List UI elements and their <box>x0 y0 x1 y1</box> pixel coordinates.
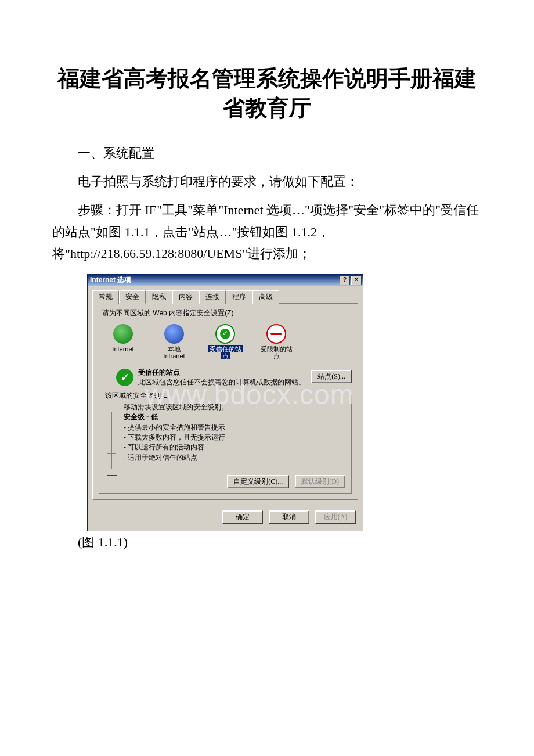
ok-button[interactable]: 确定 <box>222 510 263 524</box>
tab-programs[interactable]: 程序 <box>226 290 252 304</box>
trusted-check-icon: ✓ <box>116 369 134 386</box>
internet-options-dialog: Internet 选项 ? × 常规 安全 隐私 内容 连接 程序 高级 请为不… <box>87 274 363 531</box>
apply-button[interactable]: 应用(A) <box>315 510 356 524</box>
tab-connections[interactable]: 连接 <box>199 290 226 304</box>
zone-label: 本地 <box>168 345 181 352</box>
default-level-button[interactable]: 默认级别(D) <box>295 475 345 488</box>
help-button[interactable]: ? <box>340 276 350 285</box>
zone-desc-body: 此区域包含您信任不会损害您的计算机或数据的网站。 <box>138 378 305 386</box>
level-bullet: - 下载大多数内容，且无提示运行 <box>124 433 225 441</box>
tab-general[interactable]: 常规 <box>92 290 119 304</box>
zone-instruction: 请为不同区域的 Web 内容指定安全设置(Z) <box>102 308 352 318</box>
level-bullet: - 适用于绝对信任的站点 <box>124 453 197 462</box>
paragraph-1: 电子拍照与系统打印程序的要求，请做如下配置： <box>52 171 482 192</box>
zone-internet[interactable]: Internet <box>104 324 142 359</box>
zone-description: 受信任的站点 此区域包含您信任不会损害您的计算机或数据的网站。 <box>138 368 305 387</box>
close-button[interactable]: × <box>351 276 362 285</box>
section-heading: 一、系统配置 <box>52 142 482 164</box>
tab-content[interactable]: 内容 <box>172 290 199 304</box>
tab-security[interactable]: 安全 <box>119 290 146 304</box>
paragraph-2: 步骤：打开 IE"工具"菜单"Internet 选项…"项选择"安全"标签中的"… <box>52 199 482 264</box>
level-bullet: - 提供最小的安全措施和警告提示 <box>124 423 225 431</box>
slider-thumb[interactable] <box>107 469 117 476</box>
security-level-slider[interactable] <box>105 412 118 476</box>
tab-advanced[interactable]: 高级 <box>252 290 279 304</box>
security-level-text: 移动滑块设置该区域的安全级别。 安全级 - 低 - 提供最小的安全措施和警告提示… <box>124 402 228 476</box>
tab-privacy[interactable]: 隐私 <box>146 290 172 304</box>
zone-label: Intranet <box>163 352 185 359</box>
dialog-titlebar: Internet 选项 ? × <box>88 275 363 286</box>
globe-icon <box>113 324 133 344</box>
tab-strip: 常规 安全 隐私 内容 连接 程序 高级 <box>92 290 358 304</box>
level-bullet: - 可以运行所有的活动内容 <box>124 443 204 451</box>
level-hint: 移动滑块设置该区域的安全级别。 <box>124 403 228 411</box>
doc-title: 福建省高考报名管理系统操作说明手册福建省教育厅 <box>52 64 482 124</box>
zone-trusted[interactable]: ✓ 受信任的站 点 <box>207 324 244 359</box>
sites-button[interactable]: 站点(S)... <box>311 370 352 383</box>
zone-label: Internet <box>112 345 134 352</box>
security-level-group: 该区域的安全级别(L) 移动滑块设置该区域的安全级别。 安全级 <box>99 395 352 494</box>
zone-restricted[interactable]: 受限制的站 点 <box>258 324 295 359</box>
zone-label: 点 <box>221 352 230 359</box>
zone-label: 受信任的站 <box>208 345 243 352</box>
zone-label: 点 <box>273 352 280 359</box>
custom-level-button[interactable]: 自定义级别(C)... <box>227 475 289 488</box>
group-title: 该区域的安全级别(L) <box>103 391 172 401</box>
dialog-title: Internet 选项 <box>90 275 131 285</box>
figure-caption: (图 1.1.1) <box>52 531 482 553</box>
zone-label: 受限制的站 <box>261 345 293 352</box>
intranet-icon <box>164 324 184 344</box>
zone-desc-title: 受信任的站点 <box>138 368 180 376</box>
cancel-button[interactable]: 取消 <box>269 510 309 524</box>
zone-intranet[interactable]: 本地 Intranet <box>156 324 193 359</box>
level-name: 安全级 - 低 <box>124 413 158 421</box>
restricted-icon <box>266 324 286 344</box>
trusted-icon: ✓ <box>215 324 235 344</box>
